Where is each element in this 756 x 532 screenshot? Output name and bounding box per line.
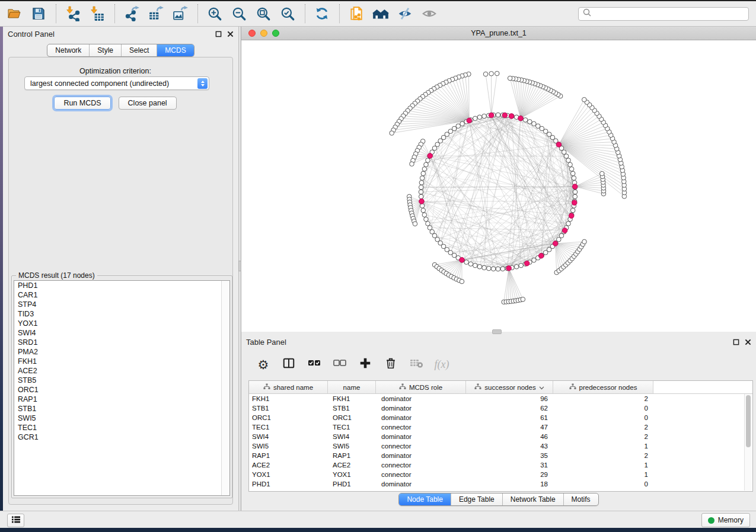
home-button[interactable] (371, 4, 390, 24)
column-header-mcds-role[interactable]: MCDS role (376, 381, 466, 393)
network-view-window: YPA_prune.txt_1 (241, 27, 756, 332)
show-columns-button[interactable] (281, 357, 296, 372)
mcds-result-item[interactable]: PMA2 (14, 347, 229, 357)
table-row[interactable]: RAP1RAP1dominator352 (249, 451, 752, 460)
open-session-button[interactable] (5, 4, 24, 24)
table-cell-shared-name: RAP1 (249, 452, 328, 459)
import-network-button[interactable] (63, 4, 82, 24)
zoom-in-button[interactable] (205, 4, 224, 24)
horizontal-splitter-handle[interactable] (492, 329, 502, 334)
mcds-result-item[interactable]: TID3 (14, 309, 229, 319)
table-row[interactable]: TEC1TEC1connector472 (249, 422, 752, 432)
table-row[interactable]: SWI4SWI4dominator462 (249, 432, 752, 441)
memory-status-icon (708, 517, 714, 524)
hide-selected-button[interactable] (395, 4, 414, 24)
mcds-result-item[interactable]: RAP1 (14, 395, 229, 404)
table-settings-button[interactable]: ⚙ (256, 357, 271, 372)
mcds-result-item[interactable]: ORC1 (14, 385, 229, 395)
mcds-result-item[interactable]: SWI4 (14, 328, 229, 338)
tab-motifs[interactable]: Motifs (563, 493, 598, 505)
tab-select[interactable]: Select (121, 44, 157, 56)
export-table-button[interactable] (146, 4, 165, 24)
close-panel-icon[interactable] (227, 31, 234, 37)
mcds-result-item[interactable]: SWI5 (14, 414, 229, 423)
mcds-result-list[interactable]: PHD1CAR1STP4TID3YOX1SWI4SRD1PMA2FKH1ACE2… (14, 280, 230, 496)
mcds-result-item[interactable]: SRD1 (14, 338, 229, 347)
mcds-result-item[interactable]: CAR1 (14, 290, 229, 300)
table-cell-mcds-role: connector (376, 462, 466, 469)
table-scrollbar-thumb[interactable] (746, 395, 751, 447)
tab-network-table[interactable]: Network Table (502, 493, 563, 505)
function-builder-button[interactable]: f(x) (434, 357, 449, 372)
zoom-fit-button[interactable] (254, 4, 273, 24)
table-cell-shared-name: TEC1 (249, 424, 328, 431)
tab-style[interactable]: Style (89, 44, 121, 56)
list-icon (11, 515, 21, 526)
float-panel-icon[interactable] (215, 31, 222, 37)
table-row[interactable]: SWI5SWI5connector431 (249, 441, 752, 451)
column-header-name[interactable]: name (328, 381, 376, 393)
save-session-button[interactable] (29, 4, 48, 24)
import-table-button[interactable] (88, 4, 107, 24)
share-document-button[interactable] (347, 4, 366, 24)
houses-icon (372, 6, 390, 21)
tab-network[interactable]: Network (47, 44, 89, 56)
table-row[interactable]: ORC1ORC1dominator610 (249, 413, 752, 422)
export-network-button[interactable] (122, 4, 141, 24)
memory-button[interactable]: Memory (701, 513, 750, 527)
table-cell-name: STB1 (328, 405, 376, 412)
table-row[interactable]: STB1STB1dominator620 (249, 403, 752, 413)
table-cell-name: SWI4 (328, 433, 376, 440)
tab-edge-table[interactable]: Edge Table (451, 493, 502, 505)
table-cell-successor-nodes: 31 (466, 462, 553, 469)
search-input[interactable] (592, 9, 748, 18)
table-row[interactable]: FKH1FKH1dominator962 (249, 394, 752, 403)
column-header-predecessor-nodes[interactable]: predecessor nodes (553, 381, 653, 393)
table-cell-predecessor-nodes: 2 (553, 395, 653, 402)
close-panel-button[interactable]: Close panel (119, 97, 177, 110)
add-column-button[interactable] (358, 357, 373, 372)
mcds-result-item[interactable]: PHD1 (14, 281, 229, 290)
network-graph[interactable] (241, 40, 756, 332)
zoom-selected-button[interactable] (278, 4, 297, 24)
tab-node-table[interactable]: Node Table (399, 493, 451, 505)
table-cell-mcds-role: dominator (376, 452, 466, 459)
table-scrollbar[interactable] (744, 394, 752, 491)
table-cell-mcds-role: connector (376, 471, 466, 478)
node-table-header: shared name name MCDS role successor nod… (249, 381, 752, 394)
run-mcds-button[interactable]: Run MCDS (54, 97, 110, 110)
task-history-button[interactable] (7, 514, 24, 527)
mcds-result-item[interactable]: YOX1 (14, 319, 229, 328)
delete-column-button[interactable] (383, 357, 398, 372)
column-header-successor-nodes[interactable]: successor nodes (466, 381, 553, 393)
mcds-result-item[interactable]: TEC1 (14, 423, 229, 432)
mcds-result-item[interactable]: FKH1 (14, 357, 229, 366)
apply-layout-button[interactable] (312, 4, 331, 24)
select-all-button[interactable] (307, 357, 322, 372)
table-cell-successor-nodes: 62 (466, 405, 553, 412)
mcds-result-item[interactable]: GCR1 (14, 432, 229, 442)
mcds-result-item[interactable]: STB1 (14, 404, 229, 414)
search-box[interactable] (578, 7, 749, 21)
mcds-result-item[interactable]: STP4 (14, 300, 229, 309)
float-panel-icon[interactable] (733, 339, 739, 345)
show-all-button[interactable] (420, 4, 439, 24)
mcds-list-scrollbar[interactable] (221, 281, 229, 495)
table-row[interactable]: ACE2ACE2connector311 (249, 460, 752, 470)
table-panel: Table Panel ⚙ f(x) shared name name MCDS… (241, 335, 756, 511)
network-canvas[interactable] (241, 40, 756, 332)
optimization-criterion-value: largest connected component (undirected) (30, 79, 169, 88)
close-panel-icon[interactable] (745, 339, 751, 345)
mcds-result-item[interactable]: ACE2 (14, 366, 229, 376)
export-image-button[interactable] (171, 4, 190, 24)
tab-mcds[interactable]: MCDS (157, 44, 193, 56)
table-row[interactable]: YOX1YOX1connector291 (249, 470, 752, 479)
table-row[interactable]: PHD1PHD1dominator180 (249, 479, 752, 489)
delete-table-button[interactable] (409, 357, 424, 372)
zoom-out-button[interactable] (229, 4, 248, 24)
deselect-all-button[interactable] (332, 357, 347, 372)
mcds-result-item[interactable]: STB5 (14, 376, 229, 385)
optimization-criterion-select[interactable]: largest connected component (undirected) (24, 76, 209, 90)
column-header-shared-name[interactable]: shared name (249, 381, 328, 393)
network-window-titlebar[interactable]: YPA_prune.txt_1 (241, 27, 756, 40)
